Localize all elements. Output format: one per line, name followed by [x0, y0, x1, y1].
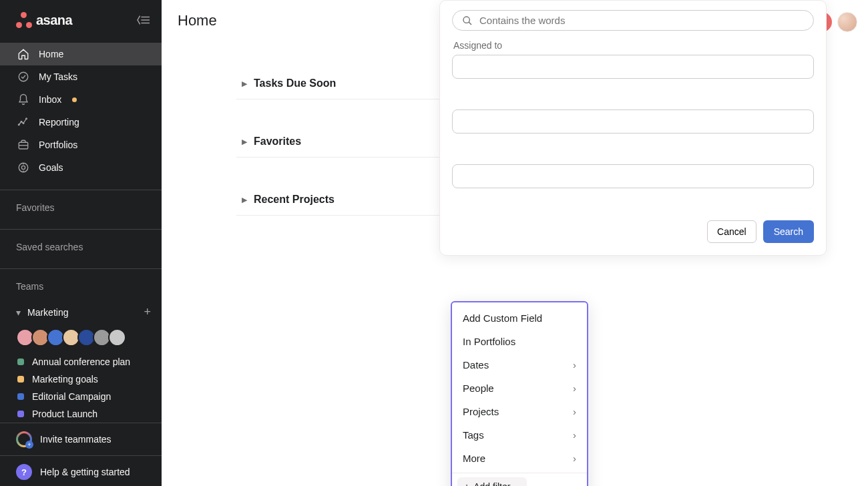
main-content: Home ▶ Tasks Due Soon ▶ Favorites ▶ Rece… — [162, 0, 868, 486]
home-icon — [17, 48, 29, 60]
project-label: Marketing goals — [32, 374, 98, 385]
chart-line-icon — [17, 116, 29, 128]
filter-option-label: Tags — [463, 429, 484, 441]
chevron-right-icon: › — [573, 383, 576, 394]
project-color-icon — [17, 393, 24, 400]
help-button[interactable]: ? Help & getting started — [0, 455, 162, 486]
filter-option-projects[interactable]: Projects › — [452, 400, 587, 423]
saved-searches-section-label[interactable]: Saved searches — [0, 229, 162, 262]
avatar — [108, 328, 126, 346]
nav-my-tasks[interactable]: My Tasks — [0, 65, 162, 88]
asana-logo[interactable]: asana — [16, 12, 72, 28]
nav-reporting[interactable]: Reporting — [0, 111, 162, 134]
nav-label: Portfolios — [39, 140, 77, 150]
profile-avatar[interactable] — [837, 12, 857, 32]
target-icon — [17, 162, 29, 174]
project-annual-conference-plan[interactable]: Annual conference plan — [0, 353, 162, 371]
section-label: Favorites — [254, 136, 301, 148]
filter-option-people[interactable]: People › — [452, 377, 587, 400]
nav-goals[interactable]: Goals — [0, 156, 162, 179]
help-icon: ? — [16, 464, 32, 480]
project-color-icon — [17, 376, 24, 383]
chevron-right-icon: › — [573, 453, 576, 464]
filter-option-dates[interactable]: Dates › — [452, 353, 587, 377]
cancel-button[interactable]: Cancel — [707, 220, 756, 243]
bell-icon — [17, 93, 29, 105]
asana-logo-icon — [16, 12, 32, 28]
plus-icon: + — [464, 481, 469, 486]
team-name: Marketing — [27, 307, 68, 318]
caret-down-icon: ▾ — [16, 307, 21, 318]
filter-option-label: People — [463, 383, 494, 394]
filter-option-label: Dates — [463, 359, 489, 371]
filter-option-in-portfolios[interactable]: In Portfolios — [452, 330, 587, 353]
project-editorial-campaign[interactable]: Editorial Campaign — [0, 388, 162, 405]
filter-option-label: More — [463, 453, 485, 464]
chevron-right-icon: › — [573, 406, 576, 417]
add-filter-menu: Add Custom Field In Portfolios Dates › P… — [451, 301, 588, 486]
section-label: Recent Projects — [254, 194, 335, 206]
team-avatars[interactable] — [0, 323, 162, 353]
add-filter-button[interactable]: + Add filter ⌄ — [457, 477, 527, 486]
menu-collapse-icon — [136, 14, 151, 26]
filter-option-more[interactable]: More › — [452, 447, 587, 470]
project-color-icon — [17, 358, 24, 365]
advanced-search-panel: Assigned to Add Custom Field In Portfoli… — [439, 0, 827, 256]
filter-field-input[interactable] — [452, 164, 814, 188]
assigned-to-input[interactable] — [452, 55, 814, 79]
primary-nav: Home My Tasks Inbox Reporting Portfolios — [0, 40, 162, 182]
caret-right-icon: ▶ — [242, 196, 247, 204]
project-marketing-goals[interactable]: Marketing goals — [0, 371, 162, 388]
filter-option-label: Projects — [463, 406, 499, 417]
filter-option-add-custom-field[interactable]: Add Custom Field — [452, 306, 587, 330]
assigned-to-label: Assigned to — [453, 40, 814, 51]
project-label: Annual conference plan — [32, 356, 130, 367]
teams-section-label: Teams — [0, 268, 162, 301]
filter-option-label: Add Custom Field — [463, 312, 542, 324]
section-label: Tasks Due Soon — [254, 77, 336, 89]
filter-option-tags[interactable]: Tags › — [452, 423, 587, 447]
nav-portfolios[interactable]: Portfolios — [0, 134, 162, 156]
project-color-icon — [17, 411, 24, 417]
svg-point-12 — [463, 17, 469, 23]
briefcase-icon — [17, 139, 29, 151]
add-project-button[interactable]: + — [144, 305, 151, 319]
nav-label: Reporting — [39, 117, 79, 128]
unread-badge-icon — [72, 97, 77, 102]
svg-point-3 — [19, 72, 28, 81]
filter-option-label: In Portfolios — [463, 336, 515, 347]
nav-home[interactable]: Home — [0, 43, 162, 65]
help-label: Help & getting started — [40, 467, 130, 477]
nav-label: Inbox — [39, 94, 61, 105]
invite-teammates-icon: + — [16, 431, 32, 447]
sidebar: asana Home My Tasks Inbox — [0, 0, 162, 486]
search-input-container[interactable] — [452, 10, 814, 31]
search-input[interactable] — [479, 15, 804, 26]
search-icon — [462, 15, 473, 26]
project-label: Editorial Campaign — [32, 391, 111, 402]
svg-point-11 — [21, 166, 25, 169]
project-label: Product Launch — [32, 409, 97, 419]
add-filter-label: Add filter — [473, 481, 510, 486]
team-marketing-toggle[interactable]: ▾ Marketing + — [0, 301, 162, 323]
caret-right-icon: ▶ — [242, 138, 247, 146]
nav-label: My Tasks — [39, 71, 77, 82]
collapse-sidebar-button[interactable] — [136, 14, 151, 26]
nav-inbox[interactable]: Inbox — [0, 88, 162, 111]
svg-line-13 — [469, 22, 471, 25]
nav-label: Home — [39, 49, 63, 59]
check-circle-icon — [17, 71, 29, 83]
invite-teammates-button[interactable]: + Invite teammates — [0, 423, 162, 455]
caret-right-icon: ▶ — [242, 79, 247, 88]
asana-logo-text: asana — [36, 13, 72, 28]
chevron-right-icon: › — [573, 429, 576, 441]
nav-label: Goals — [39, 162, 63, 173]
project-product-launch[interactable]: Product Launch — [0, 405, 162, 423]
chevron-down-icon: ⌄ — [514, 483, 520, 487]
search-button[interactable]: Search — [763, 220, 814, 243]
chevron-right-icon: › — [573, 359, 576, 371]
favorites-section-label[interactable]: Favorites — [0, 190, 162, 222]
invite-label: Invite teammates — [40, 434, 112, 445]
filter-field-input[interactable] — [452, 109, 814, 134]
